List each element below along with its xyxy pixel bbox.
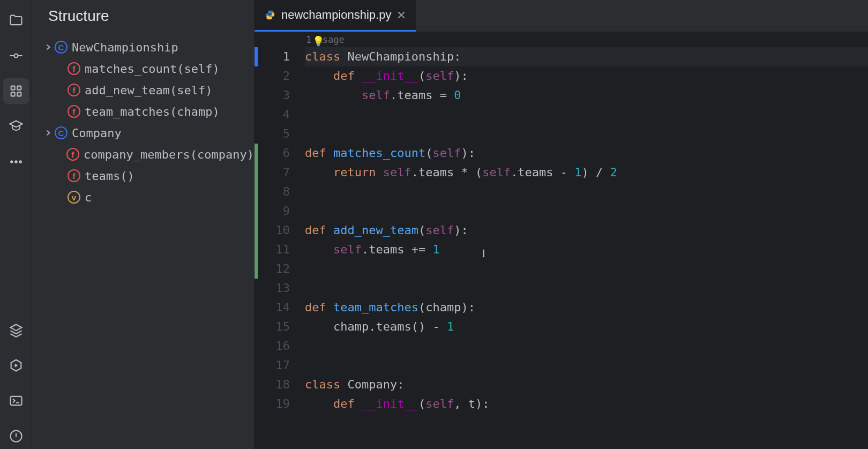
node-label: team_matches(champ) (85, 105, 220, 118)
svg-point-7 (19, 161, 21, 163)
var-icon: v (68, 191, 80, 204)
svg-point-0 (14, 54, 18, 58)
svg-rect-3 (11, 92, 14, 96)
rail-layers[interactable] (3, 317, 29, 343)
code-line[interactable] (305, 279, 868, 298)
editor-tab[interactable]: newchampionship.py (255, 0, 416, 32)
chevron-right-icon (44, 43, 52, 51)
rail-more[interactable] (3, 149, 29, 175)
svg-rect-8 (10, 396, 21, 405)
code-line[interactable]: return self.teams * (self.teams - 1) / 2 (305, 163, 868, 182)
structure-node[interactable]: fteam_matches(champ) (42, 101, 254, 122)
rail-commit[interactable] (3, 43, 29, 69)
layers-icon (9, 323, 24, 338)
func-icon: f (68, 169, 80, 182)
chevron-right-icon (44, 129, 52, 137)
code-line[interactable]: self.teams = 0 (305, 86, 868, 105)
code-line[interactable]: class Company: (305, 375, 868, 394)
node-label: Company (72, 126, 122, 140)
python-icon (264, 9, 276, 21)
structure-tree[interactable]: CNewChampionshipfmatches_count(self)fadd… (32, 32, 254, 208)
code-line[interactable]: champ.teams() - 1 (305, 317, 868, 336)
rail-learn[interactable] (3, 114, 29, 139)
code-lines[interactable]: 💡1 usageclass NewChampionship: def __ini… (298, 32, 868, 449)
code-line[interactable]: def team_matches(champ): (305, 298, 868, 317)
func-icon: f (68, 105, 80, 118)
more-icon (9, 154, 24, 169)
code-line[interactable] (305, 201, 868, 221)
run-icon (9, 358, 24, 373)
editor: newchampionship.py 123456789101112131415… (255, 0, 868, 449)
svg-point-5 (11, 161, 13, 163)
func-icon: f (68, 84, 80, 96)
node-label: add_new_team(self) (85, 84, 212, 97)
node-label: matches_count(self) (85, 62, 220, 76)
tab-bar: newchampionship.py (255, 0, 868, 32)
node-label: NewChampionship (72, 41, 178, 54)
expand-toggle[interactable] (42, 129, 55, 137)
code-line[interactable]: self.teams += 1I (305, 240, 868, 259)
class-icon: C (55, 126, 68, 139)
code-line[interactable]: class NewChampionship: (305, 47, 868, 66)
structure-node[interactable]: CNewChampionship (42, 36, 254, 58)
tab-label: newchampionship.py (281, 8, 391, 22)
func-icon: f (68, 62, 80, 75)
code-line[interactable] (305, 105, 868, 124)
structure-node[interactable]: CCompany (42, 122, 254, 144)
rail-folder[interactable] (3, 8, 29, 33)
learn-icon (9, 119, 24, 134)
svg-rect-2 (17, 86, 21, 90)
gutter: 12345678910111213141516171819 (255, 32, 298, 449)
code-line[interactable]: def __init__(self): (305, 66, 868, 86)
structure-node[interactable]: fmatches_count(self) (42, 58, 254, 79)
structure-title: Structure (32, 0, 254, 32)
node-label: company_members(company) (84, 148, 254, 161)
code-line[interactable] (305, 182, 868, 201)
node-label: teams() (85, 169, 134, 183)
close-icon[interactable] (396, 10, 406, 20)
structure-node[interactable]: vc (42, 186, 254, 208)
code-area[interactable]: 12345678910111213141516171819 💡1 usagecl… (255, 32, 868, 449)
structure-node[interactable]: fteams() (42, 165, 254, 186)
rail-terminal[interactable] (3, 388, 29, 414)
code-line[interactable]: def add_new_team(self): (305, 221, 868, 240)
structure-node[interactable]: fcompany_members(company) (42, 144, 254, 165)
expand-toggle[interactable] (42, 43, 55, 51)
svg-rect-1 (11, 86, 14, 90)
node-label: c (85, 191, 92, 204)
folder-icon (9, 13, 24, 28)
code-line[interactable]: def __init__(self, t): (305, 394, 868, 414)
usage-hint[interactable]: 💡1 usage (305, 32, 868, 47)
code-line[interactable] (305, 124, 868, 144)
rail-run[interactable] (3, 353, 29, 378)
code-line[interactable] (305, 356, 868, 375)
rail-structure[interactable] (3, 78, 29, 104)
svg-rect-4 (17, 92, 21, 96)
func-icon: f (66, 148, 79, 161)
class-icon: C (55, 41, 68, 54)
structure-panel: Structure CNewChampionshipfmatches_count… (32, 0, 255, 449)
structure-icon (9, 84, 24, 99)
structure-node[interactable]: fadd_new_team(self) (42, 79, 254, 101)
code-line[interactable] (305, 336, 868, 356)
code-line[interactable] (305, 259, 868, 279)
svg-point-6 (15, 161, 17, 163)
code-line[interactable]: def matches_count(self): (305, 144, 868, 163)
rail-problems[interactable] (3, 423, 29, 449)
tool-rail (0, 0, 32, 449)
problems-icon (9, 429, 24, 444)
terminal-icon (9, 393, 24, 408)
commit-icon (9, 48, 24, 63)
